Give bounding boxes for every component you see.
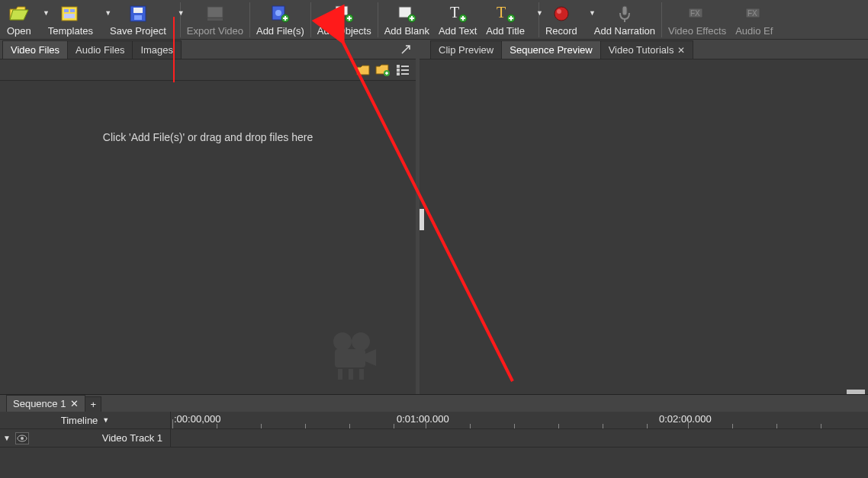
add-text-label: Add Text xyxy=(439,25,477,37)
add-narration-label: Add Narration xyxy=(594,25,655,37)
svg-rect-6 xyxy=(134,15,142,20)
audio-effects-icon: FX xyxy=(743,3,766,24)
tab-label: Audio Files xyxy=(76,44,124,56)
timeline-mode-label: Timeline xyxy=(61,415,98,426)
playhead[interactable] xyxy=(173,17,175,82)
templates-button[interactable]: Templates ▼ xyxy=(43,0,105,40)
svg-rect-39 xyxy=(349,369,353,380)
add-sequence-button[interactable]: + xyxy=(85,396,101,412)
add-blank-label: Add Blank xyxy=(384,25,429,37)
svg-rect-2 xyxy=(70,9,75,12)
sequence-tab[interactable]: Sequence 1 ✕ xyxy=(6,395,85,412)
record-label: Record xyxy=(545,25,577,37)
list-view-icon[interactable] xyxy=(394,62,411,79)
add-title-label: Add Title xyxy=(486,25,525,37)
add-objects-button[interactable]: T Add Objects xyxy=(313,0,376,40)
visibility-toggle[interactable] xyxy=(15,432,29,444)
toolbar-separator xyxy=(378,2,378,37)
microphone-icon xyxy=(613,3,636,24)
record-button[interactable]: Record ▼ xyxy=(541,0,590,40)
main-toolbar: Open ▼ Templates ▼ Save Project ▼ xyxy=(0,0,868,40)
add-objects-icon: T xyxy=(333,3,355,24)
track-header: ▼ Video Track 1 xyxy=(0,428,171,447)
export-video-button: Export Video xyxy=(182,0,248,40)
tab-video-tutorials[interactable]: Video Tutorials ✕ xyxy=(600,40,694,59)
svg-text:FX: FX xyxy=(747,9,757,18)
toolbar-separator xyxy=(661,2,662,37)
gallery-drop-area[interactable]: Click 'Add File(s)' or drag and drop fil… xyxy=(0,81,416,394)
close-icon[interactable]: ✕ xyxy=(677,45,685,56)
tab-video-files[interactable]: Video Files xyxy=(2,40,68,59)
svg-text:FX: FX xyxy=(690,9,700,18)
add-title-button[interactable]: T Add Title ▼ xyxy=(481,0,537,40)
svg-point-22 xyxy=(557,9,561,14)
svg-point-10 xyxy=(275,10,281,16)
svg-rect-3 xyxy=(64,14,75,18)
timeline-ruler[interactable]: :00:00,000 0:01:00.000 0:02:00.000 xyxy=(171,412,868,428)
tab-sequence-preview[interactable]: Sequence Preview xyxy=(501,40,600,59)
svg-rect-23 xyxy=(622,6,627,15)
timeline-empty-area[interactable] xyxy=(0,447,868,478)
time-label: 0:02:00.000 xyxy=(659,413,712,425)
video-effects-icon: FX xyxy=(686,3,709,24)
track-name: Video Track 1 xyxy=(102,432,170,444)
svg-text:T: T xyxy=(497,4,506,21)
svg-rect-34 xyxy=(401,73,409,75)
add-text-icon: T xyxy=(446,3,469,24)
toolbar-separator xyxy=(180,2,181,37)
svg-rect-7 xyxy=(207,7,223,18)
svg-point-21 xyxy=(555,7,568,21)
close-icon[interactable]: ✕ xyxy=(70,398,79,409)
media-panel: Video Files Audio Files Images xyxy=(0,40,420,394)
tab-label: Clip Preview xyxy=(439,44,493,56)
video-track-row: ▼ Video Track 1 xyxy=(0,428,868,447)
tab-audio-files[interactable]: Audio Files xyxy=(67,40,133,59)
folder-icon[interactable] xyxy=(355,62,371,79)
add-text-button[interactable]: T Add Text xyxy=(434,0,481,40)
preview-area xyxy=(420,59,868,394)
svg-rect-1 xyxy=(64,9,69,12)
svg-point-42 xyxy=(21,437,24,440)
toolbar-separator xyxy=(310,2,311,37)
panel-splitter[interactable] xyxy=(420,209,424,230)
svg-point-35 xyxy=(333,332,352,351)
resize-handle[interactable] xyxy=(847,390,865,394)
track-body[interactable] xyxy=(171,428,868,447)
add-objects-label: Add Objects xyxy=(317,25,371,37)
popout-icon[interactable] xyxy=(399,43,413,56)
video-effects-label: Video Effects xyxy=(668,25,726,37)
sequence-tabs: Sequence 1 ✕ + xyxy=(0,395,868,412)
gallery-toolbar xyxy=(0,59,416,81)
svg-rect-40 xyxy=(359,369,364,380)
add-narration-button[interactable]: Add Narration xyxy=(590,0,660,40)
plus-icon: + xyxy=(91,399,97,410)
tab-label: Video Files xyxy=(11,44,59,56)
save-icon xyxy=(127,3,149,24)
svg-rect-33 xyxy=(397,72,400,75)
add-title-icon: T xyxy=(494,3,517,24)
export-icon xyxy=(204,3,227,24)
svg-text:T: T xyxy=(450,4,459,21)
timeline-panel: Sequence 1 ✕ + Timeline ▼ :00:00,000 0:0… xyxy=(0,394,868,478)
svg-rect-37 xyxy=(335,349,365,367)
save-project-label: Save Project xyxy=(110,25,166,37)
audio-effects-button: FX Audio Ef xyxy=(731,0,777,40)
collapse-icon[interactable]: ▼ xyxy=(2,434,12,442)
toolbar-separator xyxy=(538,2,539,37)
add-files-button[interactable]: Add File(s) xyxy=(252,0,309,40)
timeline-mode-dropdown[interactable]: Timeline ▼ xyxy=(0,412,171,428)
open-button[interactable]: Open ▼ xyxy=(2,0,43,40)
chevron-down-icon: ▼ xyxy=(102,416,109,424)
add-folder-icon[interactable] xyxy=(375,62,391,79)
templates-icon xyxy=(59,3,82,24)
timeline-header: Timeline ▼ :00:00,000 0:01:00.000 0:02:0… xyxy=(0,412,868,428)
export-video-label: Export Video xyxy=(187,25,243,37)
add-blank-icon xyxy=(395,3,418,24)
drop-hint-text: Click 'Add File(s)' or drag and drop fil… xyxy=(0,81,416,143)
time-label: 0:01:00.000 xyxy=(397,413,449,425)
tab-clip-preview[interactable]: Clip Preview xyxy=(430,40,502,59)
svg-rect-30 xyxy=(401,66,409,67)
save-project-button[interactable]: Save Project ▼ xyxy=(105,0,178,40)
add-blank-button[interactable]: Add Blank xyxy=(380,0,434,40)
preview-tabs: Clip Preview Sequence Preview Video Tuto… xyxy=(420,40,868,59)
